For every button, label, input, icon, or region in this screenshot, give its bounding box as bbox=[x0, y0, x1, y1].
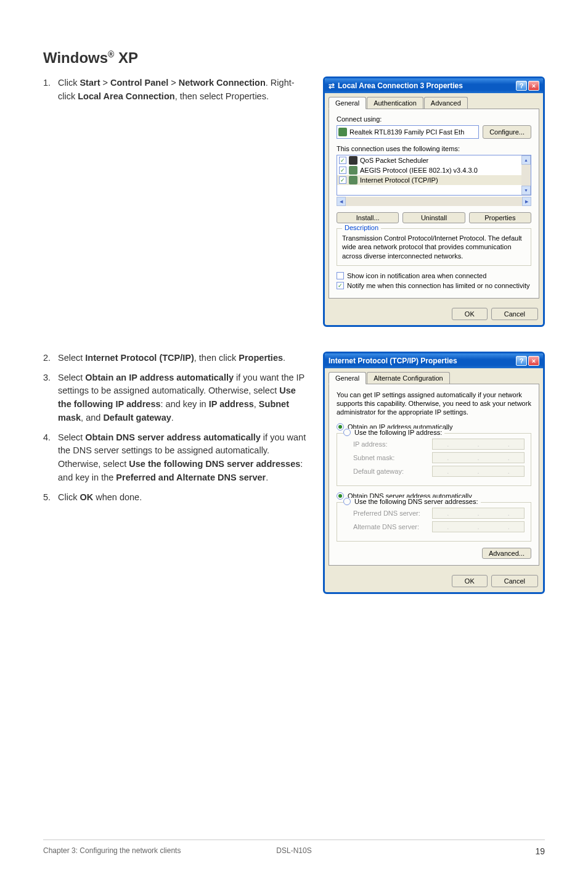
help-button[interactable]: ? bbox=[516, 356, 527, 366]
footer-model: DSL-N10S bbox=[276, 846, 311, 855]
step-number: 3. bbox=[43, 371, 58, 425]
local-area-connection-dialog: ⇄ Local Area Connection 3 Properties ? ×… bbox=[323, 76, 545, 327]
checkbox-icon[interactable]: ✓ bbox=[339, 157, 346, 164]
dialog-title: Internet Protocol (TCP/IP) Properties bbox=[329, 357, 457, 365]
cancel-button[interactable]: Cancel bbox=[491, 575, 538, 587]
checkbox-icon[interactable]: ✓ bbox=[337, 282, 344, 289]
page-footer: Chapter 3: Configuring the network clien… bbox=[43, 840, 545, 856]
scroll-right-icon[interactable]: ▶ bbox=[522, 197, 531, 206]
dialog-titlebar: Internet Protocol (TCP/IP) Properties ? … bbox=[325, 353, 543, 368]
dialog-titlebar: ⇄ Local Area Connection 3 Properties ? × bbox=[325, 78, 543, 93]
close-button[interactable]: × bbox=[528, 356, 539, 366]
tcpip-properties-dialog: Internet Protocol (TCP/IP) Properties ? … bbox=[323, 352, 545, 594]
adapter-name: Realtek RTL8139 Family PCI Fast Eth bbox=[349, 128, 464, 136]
checkbox-icon[interactable]: ✓ bbox=[339, 167, 346, 174]
gateway-label: Default gateway: bbox=[353, 468, 404, 475]
close-button[interactable]: × bbox=[528, 81, 539, 91]
tab-advanced[interactable]: Advanced bbox=[424, 97, 468, 109]
step-number: 1. bbox=[43, 76, 58, 104]
scroll-down-icon[interactable]: ▼ bbox=[521, 186, 531, 195]
alternate-dns-input: ... bbox=[432, 521, 525, 532]
preferred-dns-label: Preferred DNS server: bbox=[353, 510, 420, 517]
page-heading: Windows® XP bbox=[43, 49, 545, 67]
description-legend: Description bbox=[342, 224, 381, 231]
step-text: Select Obtain DNS server address automat… bbox=[58, 431, 311, 485]
scroll-left-icon[interactable]: ◀ bbox=[337, 197, 346, 206]
scroll-up-icon[interactable]: ▲ bbox=[521, 155, 531, 165]
items-label: This connection uses the following items… bbox=[337, 145, 531, 152]
step-text: Select Obtain an IP address automaticall… bbox=[58, 371, 311, 425]
use-ip-label: Use the following IP address: bbox=[354, 429, 442, 436]
show-icon-label: Show icon in notification area when conn… bbox=[347, 272, 486, 279]
tab-alternate[interactable]: Alternate Configuration bbox=[367, 372, 450, 384]
items-list[interactable]: ✓ QoS Packet Scheduler ✓ AEGIS Protocol … bbox=[337, 155, 531, 196]
intro-text: You can get IP settings assigned automat… bbox=[337, 390, 531, 417]
radio-use-ip[interactable] bbox=[343, 429, 351, 436]
ip-address-label: IP address: bbox=[353, 440, 387, 448]
network-icon: ⇄ bbox=[329, 81, 335, 90]
protocol-icon bbox=[349, 166, 357, 175]
cancel-button[interactable]: Cancel bbox=[491, 308, 538, 320]
ok-button[interactable]: OK bbox=[452, 308, 488, 320]
tcpip-icon bbox=[349, 176, 357, 184]
tab-general[interactable]: General bbox=[329, 97, 366, 109]
step-text: Click OK when done. bbox=[58, 491, 142, 505]
install-button[interactable]: Install... bbox=[337, 212, 399, 223]
use-dns-label: Use the following DNS server addresses: bbox=[354, 498, 478, 505]
adapter-field: Realtek RTL8139 Family PCI Fast Eth bbox=[337, 125, 479, 139]
step-number: 4. bbox=[43, 431, 58, 485]
step-number: 2. bbox=[43, 352, 58, 365]
item-label: QoS Packet Scheduler bbox=[360, 157, 428, 164]
item-label: AEGIS Protocol (IEEE 802.1x) v3.4.3.0 bbox=[360, 167, 478, 174]
ok-button[interactable]: OK bbox=[452, 575, 488, 587]
tab-general[interactable]: General bbox=[329, 372, 366, 384]
checkbox-icon[interactable] bbox=[337, 272, 344, 279]
gateway-input: ... bbox=[432, 466, 525, 477]
properties-button[interactable]: Properties bbox=[469, 212, 531, 223]
scrollbar-vertical[interactable]: ▲ ▼ bbox=[521, 155, 531, 195]
dialog-title: Local Area Connection 3 Properties bbox=[338, 81, 463, 90]
item-label: Internet Protocol (TCP/IP) bbox=[360, 176, 438, 184]
adapter-icon bbox=[338, 128, 347, 136]
notify-label: Notify me when this connection has limit… bbox=[347, 282, 530, 289]
tab-authentication[interactable]: Authentication bbox=[367, 97, 423, 109]
uninstall-button[interactable]: Uninstall bbox=[402, 212, 465, 223]
preferred-dns-input: ... bbox=[432, 508, 525, 519]
ip-address-input: ... bbox=[432, 439, 525, 450]
step-text: Click Start > Control Panel > Network Co… bbox=[58, 76, 311, 104]
radio-use-dns[interactable] bbox=[343, 498, 351, 505]
configure-button[interactable]: Configure... bbox=[483, 125, 531, 139]
connect-using-label: Connect using: bbox=[337, 115, 531, 123]
step-number: 5. bbox=[43, 491, 58, 505]
alternate-dns-label: Alternate DNS server: bbox=[353, 523, 419, 530]
scheduler-icon bbox=[349, 156, 357, 165]
subnet-label: Subnet mask: bbox=[353, 454, 394, 461]
step-text: Select Internet Protocol (TCP/IP), then … bbox=[58, 352, 285, 365]
help-button[interactable]: ? bbox=[516, 81, 527, 91]
footer-chapter: Chapter 3: Configuring the network clien… bbox=[43, 846, 181, 856]
footer-page-number: 19 bbox=[535, 846, 545, 856]
scrollbar-horizontal[interactable]: ◀ ▶ bbox=[337, 197, 531, 206]
description-text: Transmission Control Protocol/Internet P… bbox=[342, 234, 526, 260]
advanced-button[interactable]: Advanced... bbox=[482, 548, 531, 559]
checkbox-icon[interactable]: ✓ bbox=[339, 176, 346, 184]
subnet-input: ... bbox=[432, 452, 525, 463]
